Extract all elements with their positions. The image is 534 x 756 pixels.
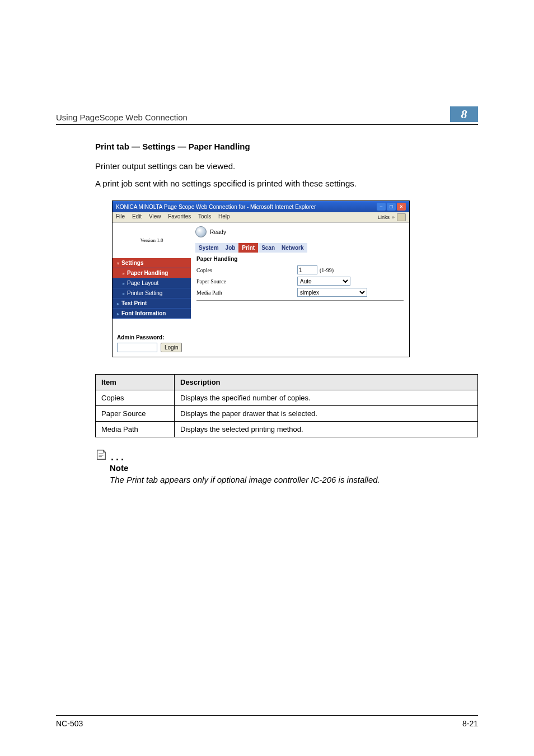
table-row: Copies Displays the specified number of … xyxy=(96,390,478,406)
ie-menubar: File Edit View Favorites Tools Help Link… xyxy=(113,212,409,223)
note-text: The Print tab appears only if optional i… xyxy=(110,475,478,484)
panel-title: Paper Handling xyxy=(196,256,404,262)
window-close-button[interactable]: × xyxy=(397,203,406,211)
section-paragraph-1: Printer output settings can be viewed. xyxy=(95,160,478,172)
menu-view[interactable]: View xyxy=(149,213,161,220)
admin-password-label: Admin Password: xyxy=(117,334,186,340)
tab-scan[interactable]: Scan xyxy=(258,243,278,253)
window-titlebar: KONICA MINOLTA Page Scope Web Connection… xyxy=(113,201,409,212)
tab-print[interactable]: Print xyxy=(238,243,258,253)
page-footer: NC-503 8-21 xyxy=(56,715,478,728)
chevron-right-icon: ▸ xyxy=(117,301,119,306)
copies-hint: (1-99) xyxy=(320,267,334,273)
nav-test-print[interactable]: ▸Test Print xyxy=(113,298,191,309)
table-header-description: Description xyxy=(175,375,478,390)
left-panel: Version 1.0 ▾Settings ▸Paper Handling ▸P… xyxy=(113,223,191,357)
login-button[interactable]: Login xyxy=(161,343,182,352)
nav-test-print-label: Test Print xyxy=(121,300,147,306)
status-row: Ready xyxy=(191,223,409,241)
running-head-text: Using PageScope Web Connection xyxy=(56,113,450,122)
logo-area: Version 1.0 xyxy=(113,223,191,258)
nav-font-info-label: Font Information xyxy=(121,310,166,316)
media-path-label: Media Path xyxy=(196,290,297,296)
nav-printer-setting[interactable]: ▸Printer Setting xyxy=(113,288,191,298)
nav-settings-label: Settings xyxy=(121,260,143,266)
status-text: Ready xyxy=(210,229,226,235)
table-cell-desc: Displays the selected printing method. xyxy=(175,422,478,437)
table-row: Media Path Displays the selected printin… xyxy=(96,422,478,437)
menu-favorites[interactable]: Favorites xyxy=(168,213,191,220)
links-label[interactable]: Links xyxy=(378,214,390,220)
note-label: Note xyxy=(110,463,478,473)
window-title-text: KONICA MINOLTA Page Scope Web Connection… xyxy=(116,204,377,210)
panel-divider xyxy=(196,300,404,301)
note-dots: ... xyxy=(111,454,126,461)
note-block: ... Note The Print tab appears only if o… xyxy=(95,449,478,484)
bullet-icon: ▸ xyxy=(123,281,125,286)
table-header-item: Item xyxy=(96,375,175,390)
tab-job[interactable]: Job xyxy=(222,243,239,253)
panel: Paper Handling Copies (1-99) Paper Sourc… xyxy=(191,253,409,318)
window-minimize-button[interactable]: – xyxy=(377,203,386,211)
nav-page-layout[interactable]: ▸Page Layout xyxy=(113,278,191,288)
section-paragraph-2: A print job sent with no settings specif… xyxy=(95,178,478,189)
table-row: Paper Source Displays the paper drawer t… xyxy=(96,406,478,422)
media-path-select[interactable]: simplex xyxy=(297,288,367,297)
nav-paper-handling[interactable]: ▸Paper Handling xyxy=(113,268,191,278)
table-cell-item: Paper Source xyxy=(96,406,175,422)
version-text: Version 1.0 xyxy=(113,237,191,243)
copies-label: Copies xyxy=(196,267,297,273)
browser-screenshot: KONICA MINOLTA Page Scope Web Connection… xyxy=(112,200,410,357)
nav-paper-handling-label: Paper Handling xyxy=(127,270,168,276)
paper-source-label: Paper Source xyxy=(196,278,297,284)
section-title: Print tab — Settings — Paper Handling xyxy=(95,142,478,151)
running-header: Using PageScope Web Connection 8 xyxy=(56,106,478,125)
nav-page-layout-label: Page Layout xyxy=(127,280,158,286)
menu-tools[interactable]: Tools xyxy=(198,213,211,220)
chevron-right-icon: ▸ xyxy=(117,311,119,316)
ie-throbber-icon xyxy=(397,213,406,221)
right-panel: Ready SystemJobPrintScanNetwork Paper Ha… xyxy=(191,223,409,357)
bullet-icon: ▸ xyxy=(123,271,125,276)
window-maximize-button[interactable]: □ xyxy=(387,203,396,211)
menu-file[interactable]: File xyxy=(116,213,125,220)
note-icon xyxy=(95,449,107,461)
admin-block: Admin Password: Login xyxy=(113,319,191,357)
nav-settings[interactable]: ▾Settings xyxy=(113,258,191,268)
admin-password-input[interactable] xyxy=(117,343,157,352)
nav-printer-setting-label: Printer Setting xyxy=(127,290,162,296)
paper-source-select[interactable]: Auto xyxy=(297,277,350,286)
table-cell-item: Copies xyxy=(96,390,175,406)
tab-network[interactable]: Network xyxy=(278,243,307,253)
chevron-down-icon: ▾ xyxy=(117,261,119,266)
table-cell-desc: Displays the paper drawer that is select… xyxy=(175,406,478,422)
menu-help[interactable]: Help xyxy=(218,213,230,220)
bullet-icon: ▸ xyxy=(123,291,125,296)
copies-input[interactable] xyxy=(297,265,317,274)
tab-system[interactable]: System xyxy=(195,243,222,253)
chapter-number-badge: 8 xyxy=(450,106,478,122)
menu-edit[interactable]: Edit xyxy=(132,213,142,220)
table-cell-desc: Displays the specified number of copies. xyxy=(175,390,478,406)
links-chevron-icon[interactable]: » xyxy=(392,214,395,220)
printer-status-icon xyxy=(195,226,207,237)
footer-right: 8-21 xyxy=(462,719,478,728)
table-cell-item: Media Path xyxy=(96,422,175,437)
description-table: Item Description Copies Displays the spe… xyxy=(95,374,478,437)
footer-left: NC-503 xyxy=(56,719,83,728)
nav-font-information[interactable]: ▸Font Information xyxy=(113,309,191,319)
tab-bar: SystemJobPrintScanNetwork xyxy=(191,241,409,253)
